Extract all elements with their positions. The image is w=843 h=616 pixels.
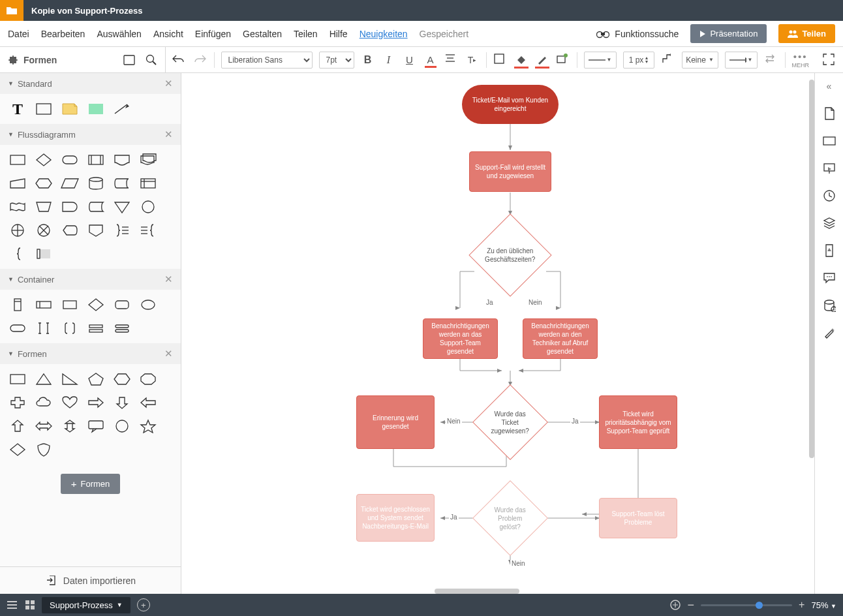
feature-search[interactable]: Funktionssuche <box>596 29 679 39</box>
folder-icon[interactable] <box>0 0 23 21</box>
terminator-shape[interactable] <box>60 151 80 168</box>
process-node-1[interactable]: Support-Fall wird erstellt und zugewiese… <box>469 151 551 192</box>
document-tab[interactable]: Support-Prozess▼ <box>42 597 130 613</box>
horizontal-scrollbar[interactable] <box>435 589 519 594</box>
data-icon[interactable] <box>821 298 837 313</box>
history-icon[interactable] <box>821 188 837 204</box>
close-icon[interactable]: ✕ <box>164 129 173 140</box>
container-rounded-shape[interactable] <box>112 296 132 313</box>
fill-color-button[interactable] <box>514 53 529 67</box>
swimlane-h-shape[interactable] <box>34 296 54 313</box>
menu-neuigkeiten[interactable]: Neuigkeiten <box>360 29 408 39</box>
image-icon[interactable] <box>123 55 135 65</box>
vertical-scrollbar[interactable] <box>809 80 814 458</box>
manual-input-shape[interactable] <box>8 175 27 192</box>
zoom-fit-icon[interactable] <box>669 599 681 611</box>
swimlane-v-shape[interactable] <box>8 296 27 313</box>
or-shape[interactable] <box>8 222 27 239</box>
zoom-out-button[interactable]: − <box>688 598 695 612</box>
delay-shape[interactable] <box>60 198 80 215</box>
rectangle-shape[interactable] <box>34 100 54 117</box>
menu-ansicht[interactable]: Ansicht <box>153 29 183 39</box>
list-view-icon[interactable] <box>7 600 18 609</box>
section-flowchart-header[interactable]: ▼Flussdiagramm✕ <box>0 124 181 145</box>
menu-gestalten[interactable]: Gestalten <box>243 29 282 39</box>
multidoc-shape[interactable] <box>138 151 158 168</box>
layers-icon[interactable] <box>821 215 837 231</box>
more-button[interactable]: ••• MEHR <box>792 51 810 69</box>
page-icon[interactable] <box>821 106 837 121</box>
circle-shape[interactable] <box>112 418 132 435</box>
container-pill-shape[interactable] <box>8 320 27 337</box>
present-icon[interactable] <box>821 161 837 176</box>
container-rect-shape[interactable] <box>60 296 80 313</box>
container-doc1-shape[interactable] <box>86 320 106 337</box>
redo-button[interactable] <box>193 53 207 67</box>
close-icon[interactable]: ✕ <box>164 78 173 89</box>
hexagon-shape[interactable] <box>112 371 132 388</box>
add-shapes-button[interactable]: +Formen <box>61 474 121 494</box>
underline-button[interactable]: U <box>403 53 417 67</box>
process-node-3[interactable]: Benachrichtigungen werden an den Technik… <box>523 318 598 359</box>
preparation-shape[interactable] <box>34 175 54 192</box>
stored-data-shape[interactable] <box>86 198 106 215</box>
display-shape[interactable] <box>60 222 80 239</box>
chat-icon[interactable] <box>821 270 837 286</box>
arrow-left-shape[interactable] <box>138 394 158 411</box>
search-icon[interactable] <box>146 54 157 66</box>
decision-shape[interactable] <box>34 151 54 168</box>
italic-button[interactable]: I <box>382 53 396 67</box>
menu-auswaehlen[interactable]: Auswählen <box>97 29 142 39</box>
arrow-lr-shape[interactable] <box>34 418 54 435</box>
block-shape[interactable] <box>86 100 106 117</box>
note-shape2[interactable] <box>138 222 158 239</box>
direct-data-shape[interactable] <box>112 175 132 192</box>
menu-hilfe[interactable]: Hilfe <box>330 29 348 39</box>
present-button[interactable]: Präsentation <box>690 24 767 43</box>
arrow-end-select[interactable]: ▼ <box>725 52 758 69</box>
star-shape[interactable] <box>138 418 158 435</box>
bold-button[interactable]: B <box>361 53 375 67</box>
container-doc2-shape[interactable] <box>112 320 132 337</box>
zoom-in-button[interactable]: + <box>799 599 805 611</box>
shape-options-button[interactable] <box>556 53 570 67</box>
process-node-6[interactable]: Support-Team löst Probleme <box>599 498 677 538</box>
border-color-button[interactable] <box>493 53 508 67</box>
process-shape[interactable] <box>8 151 27 168</box>
magic-icon[interactable] <box>821 325 837 341</box>
arrow-ud-shape[interactable] <box>60 418 80 435</box>
sum-junction-shape[interactable] <box>34 222 54 239</box>
document-shape[interactable] <box>112 151 132 168</box>
brace-left-shape[interactable] <box>8 245 27 262</box>
section-container-header[interactable]: ▼Container✕ <box>0 269 181 290</box>
line-routing-button[interactable] <box>661 53 675 67</box>
process-node-5[interactable]: Ticket wird prioritätsabhängig vom Suppo… <box>599 395 677 449</box>
close-icon[interactable]: ✕ <box>164 348 173 360</box>
database-shape[interactable] <box>86 175 106 192</box>
section-standard-header[interactable]: ▼Standard✕ <box>0 73 181 94</box>
rect-shape[interactable] <box>8 371 27 388</box>
zoom-level[interactable]: 75% ▼ <box>811 600 836 610</box>
arrow-right-shape[interactable] <box>86 394 106 411</box>
manual-op-shape[interactable] <box>34 198 54 215</box>
pentagon-shape[interactable] <box>86 371 106 388</box>
collapse-rail-button[interactable]: « <box>821 78 837 94</box>
data-shape[interactable] <box>60 175 80 192</box>
process-node-4[interactable]: Erinnerung wird gesendet <box>356 395 435 449</box>
process-node-7[interactable]: Ticket wird geschlossen und System sende… <box>356 494 435 542</box>
process-node-2[interactable]: Benachrichtigungen werden an das Support… <box>423 318 498 359</box>
container-bracket1-shape[interactable] <box>34 320 54 337</box>
brace-right-shape[interactable] <box>112 222 132 239</box>
predefined-shape[interactable] <box>86 151 106 168</box>
master-icon[interactable] <box>821 243 837 258</box>
stroke-width-input[interactable]: 1 px▴▾ <box>623 52 654 69</box>
heart-shape[interactable] <box>60 394 80 411</box>
comment-icon[interactable]: 99 <box>821 133 837 149</box>
canvas[interactable]: Ticket/E-Mail vom Kunden eingereicht Sup… <box>181 73 814 594</box>
arrow-up-shape[interactable] <box>8 418 27 435</box>
cross-shape[interactable] <box>8 394 27 411</box>
swap-arrows-button[interactable] <box>764 53 778 67</box>
text-color-button[interactable]: A <box>423 53 438 67</box>
right-triangle-shape[interactable] <box>60 371 80 388</box>
internal-storage-shape[interactable] <box>138 175 158 192</box>
